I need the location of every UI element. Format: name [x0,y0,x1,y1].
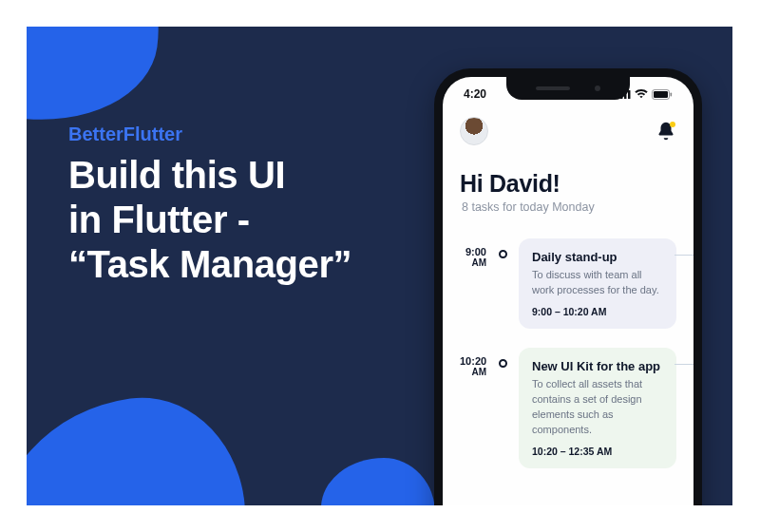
time-hour: 9:00 [460,246,486,257]
task-description: To collect all assets that contains a se… [532,377,663,438]
task-time-label: 10:20 AM [460,348,486,377]
task-title: Daily stand-up [532,250,663,264]
headline: Build this UI in Flutter - “Task Manager… [68,153,352,288]
timeline-marker [496,238,509,258]
headline-line: “Task Manager” [68,243,352,285]
task-time-label: 9:00 AM [460,238,486,268]
promo-banner: BetterFlutter Build this UI in Flutter -… [27,27,732,505]
time-hour: 10:20 [460,355,486,367]
headline-line: Build this UI [68,154,285,196]
time-ampm: AM [460,367,486,377]
marker-dot-icon [499,250,507,258]
marker-dot-icon [499,359,507,368]
status-time: 4:20 [464,87,486,101]
phone-mockup: 4:20 Hi David! 8 tasks for today Monday [434,68,702,505]
task-list: 9:00 AM Daily stand-up To discuss with t… [460,238,676,468]
speaker-slot [536,86,570,90]
phone-screen: 4:20 Hi David! 8 tasks for today Monday [443,77,694,505]
task-time-range: 9:00 – 10:20 AM [532,306,663,317]
battery-icon [652,89,673,100]
svg-rect-3 [628,90,631,99]
subtitle: 8 tasks for today Monday [460,200,676,214]
promo-text: BetterFlutter Build this UI in Flutter -… [68,124,352,288]
task-row: 9:00 AM Daily stand-up To discuss with t… [460,238,676,329]
task-card[interactable]: New UI Kit for the app To collect all as… [519,348,676,468]
task-description: To discuss with team all work processes … [532,268,663,298]
wifi-icon [635,89,648,99]
headline-line: in Flutter - [68,199,250,240]
task-card[interactable]: Daily stand-up To discuss with team all … [519,238,676,329]
timeline-marker [496,348,509,368]
decorative-blob [27,27,172,136]
task-title: New UI Kit for the app [532,359,663,373]
phone-notch [506,77,630,100]
camera-dot [595,86,600,91]
task-time-range: 10:20 – 12:35 AM [532,446,663,457]
time-ampm: AM [460,257,486,268]
svg-rect-5 [654,91,668,98]
avatar[interactable] [460,117,488,145]
decorative-blob [27,385,259,505]
svg-rect-6 [671,92,673,96]
task-row: 10:20 AM New UI Kit for the app To colle… [460,348,676,468]
notifications-button[interactable] [656,121,676,142]
notification-dot-icon [670,122,675,127]
decorative-blob [321,458,435,505]
brand-label: BetterFlutter [68,124,352,145]
greeting-title: Hi David! [460,170,676,198]
